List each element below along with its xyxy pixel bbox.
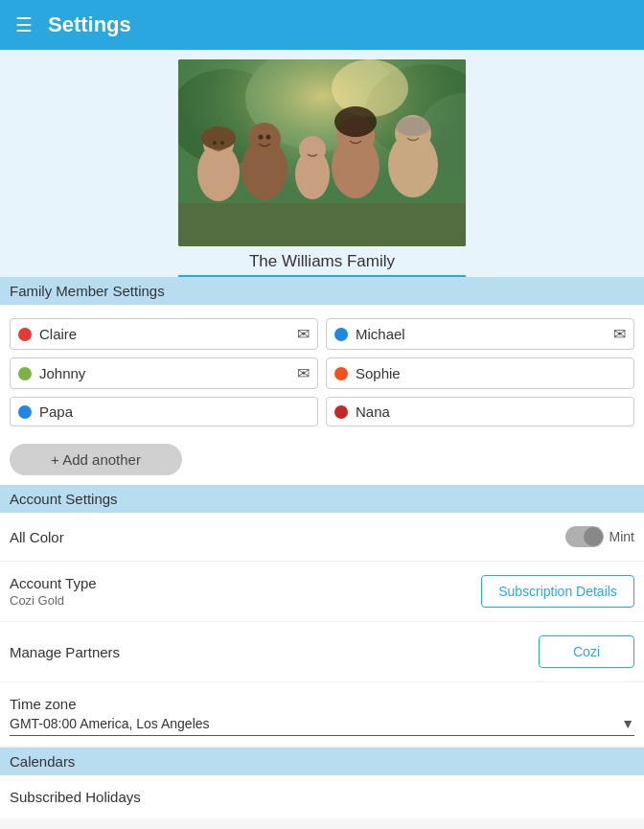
family-photo[interactable] bbox=[178, 59, 466, 246]
family-member-settings-header: Family Member Settings bbox=[0, 277, 644, 305]
member-papa[interactable]: Papa bbox=[10, 397, 318, 426]
johnny-name: Johnny bbox=[39, 365, 297, 381]
toggle-thumb bbox=[584, 527, 603, 546]
account-type-sub: Cozi Gold bbox=[10, 593, 481, 608]
timezone-select[interactable]: GMT-08:00 America, Los Angeles ▼ bbox=[10, 716, 634, 736]
photo-section: The Williams Family bbox=[0, 50, 644, 277]
manage-partners-label: Manage Partners bbox=[10, 644, 539, 660]
cozi-button[interactable]: Cozi bbox=[539, 635, 634, 668]
member-michael[interactable]: Michael ✉ bbox=[326, 318, 634, 350]
calendars-header: Calendars bbox=[0, 748, 644, 775]
timezone-label: Time zone bbox=[10, 696, 634, 712]
svg-point-6 bbox=[332, 59, 408, 117]
svg-point-10 bbox=[201, 127, 236, 150]
papa-color-dot bbox=[18, 405, 32, 419]
svg-point-18 bbox=[334, 106, 377, 137]
svg-point-23 bbox=[220, 141, 224, 145]
johnny-color-dot bbox=[18, 367, 32, 380]
nana-name: Nana bbox=[356, 403, 626, 420]
account-type-row: Account Type Cozi Gold Subscription Deta… bbox=[0, 562, 644, 622]
subscription-details-button[interactable]: Subscription Details bbox=[481, 575, 634, 608]
all-color-label: All Color bbox=[10, 529, 565, 545]
member-claire[interactable]: Claire ✉ bbox=[10, 318, 318, 350]
app-header: ☰ Settings bbox=[0, 0, 644, 50]
claire-color-dot bbox=[18, 328, 32, 341]
add-another-row: + Add another bbox=[0, 440, 644, 485]
mint-label: Mint bbox=[610, 529, 634, 544]
sophie-color-dot bbox=[334, 367, 348, 380]
subscribed-holidays-label: Subscribed Holidays bbox=[10, 789, 141, 805]
member-johnny[interactable]: Johnny ✉ bbox=[10, 357, 318, 389]
svg-point-22 bbox=[213, 141, 217, 145]
manage-partners-row: Manage Partners Cozi bbox=[0, 622, 644, 682]
menu-icon[interactable]: ☰ bbox=[15, 13, 33, 36]
sophie-name: Sophie bbox=[356, 365, 626, 381]
page-title: Settings bbox=[48, 12, 131, 37]
members-grid: Claire ✉ Michael ✉ Johnny ✉ Sophie Papa … bbox=[0, 305, 644, 440]
svg-point-25 bbox=[266, 135, 271, 140]
family-name: The Williams Family bbox=[178, 246, 466, 277]
add-another-button[interactable]: + Add another bbox=[10, 444, 182, 475]
chevron-down-icon: ▼ bbox=[621, 716, 634, 731]
michael-color-dot bbox=[334, 328, 348, 341]
account-type-title: Account Type bbox=[10, 575, 481, 591]
toggle-track[interactable] bbox=[565, 526, 604, 547]
svg-point-21 bbox=[396, 117, 430, 136]
timezone-value: GMT-08:00 America, Los Angeles bbox=[10, 716, 621, 731]
all-color-row: All Color Mint bbox=[0, 513, 644, 562]
member-nana[interactable]: Nana bbox=[326, 397, 634, 426]
account-settings-header: Account Settings bbox=[0, 485, 644, 513]
svg-rect-7 bbox=[178, 203, 466, 246]
claire-name: Claire bbox=[39, 326, 297, 342]
nana-color-dot bbox=[334, 405, 348, 419]
johnny-email-icon[interactable]: ✉ bbox=[297, 364, 310, 382]
claire-email-icon[interactable]: ✉ bbox=[297, 325, 310, 343]
subscribed-holidays-row[interactable]: Subscribed Holidays bbox=[0, 775, 644, 818]
account-type-left: Account Type Cozi Gold bbox=[10, 575, 481, 608]
svg-point-24 bbox=[259, 135, 264, 140]
timezone-row: Time zone GMT-08:00 America, Los Angeles… bbox=[0, 682, 644, 746]
member-sophie[interactable]: Sophie bbox=[326, 357, 634, 389]
svg-point-15 bbox=[299, 136, 326, 163]
papa-name: Papa bbox=[39, 403, 310, 420]
michael-email-icon[interactable]: ✉ bbox=[613, 325, 626, 343]
michael-name: Michael bbox=[356, 326, 613, 342]
svg-point-12 bbox=[248, 123, 281, 155]
all-color-toggle[interactable]: Mint bbox=[565, 526, 634, 547]
